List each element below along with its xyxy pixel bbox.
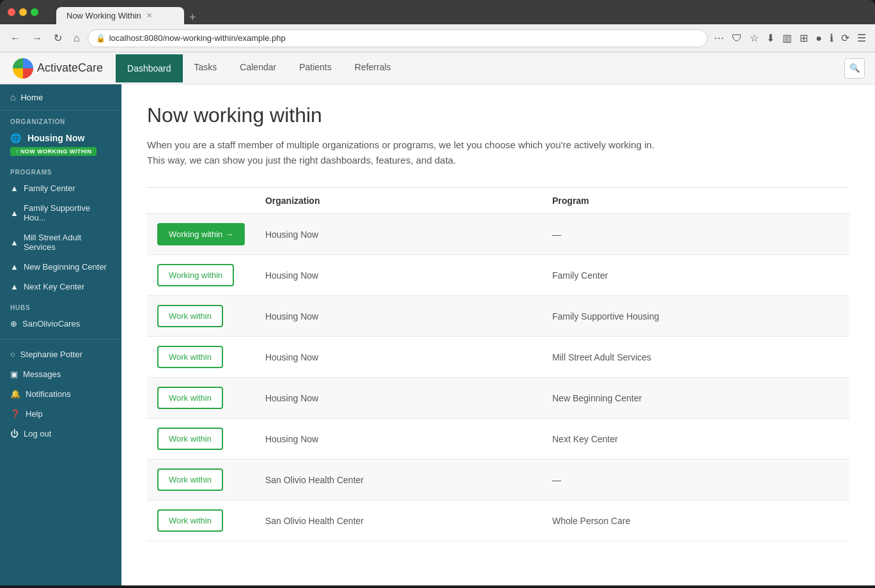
sidebar-program-next-key[interactable]: ▲ Next Key Center (0, 277, 121, 297)
sidebar-org-name[interactable]: 🌐 Housing Now (0, 128, 121, 144)
table-cell-button: Work within (147, 419, 255, 460)
sidebar-help[interactable]: ❓ Help (0, 404, 121, 424)
back-button[interactable]: ← (6, 30, 24, 47)
sidebar-home[interactable]: ⌂ Home (0, 84, 121, 111)
table-row: Work withinHousing NowNext Key Center (147, 419, 849, 460)
forward-button[interactable]: → (28, 30, 46, 47)
traffic-lights (8, 8, 38, 16)
bell-icon: 🔔 (10, 389, 20, 399)
close-button[interactable] (8, 8, 15, 16)
reload-button[interactable]: ↻ (50, 29, 66, 47)
table-cell-program: Next Key Center (542, 419, 849, 460)
work-within-button[interactable]: Work within (157, 305, 223, 327)
pocket-icon[interactable]: 🛡 (729, 30, 745, 47)
table-row: Work withinHousing NowNew Beginning Cent… (147, 378, 849, 419)
table-cell-button: Work within (147, 378, 255, 419)
table-row: Working within →Housing Now— (147, 214, 849, 255)
page-title: Now working within (147, 104, 849, 127)
messages-icon: ▣ (10, 369, 18, 379)
tab-close-icon[interactable]: ✕ (146, 12, 152, 20)
work-within-button[interactable]: Work within (157, 468, 223, 491)
download-icon[interactable]: ⬇ (764, 29, 777, 47)
tab-referrals[interactable]: Referrals (343, 53, 403, 83)
tab-tasks[interactable]: Tasks (183, 53, 229, 83)
sidebar-hub-sanolivio[interactable]: ⊕ SanOlivioCares (0, 314, 121, 334)
maximize-button[interactable] (31, 8, 38, 16)
triangle-icon-2: ▲ (10, 208, 19, 218)
star-icon[interactable]: ☆ (747, 29, 761, 47)
address-bar[interactable]: 🔒 localhost:8080/now-working-within/exam… (88, 29, 708, 47)
help-icon: ❓ (10, 409, 20, 419)
sync-icon[interactable]: ⟳ (839, 29, 852, 47)
working-within-active-button[interactable]: Working within → (157, 223, 245, 245)
table-cell-program: — (542, 460, 849, 500)
work-within-button[interactable]: Working within (157, 264, 234, 286)
sidebar-program-family-center[interactable]: ▲ Family Center (0, 178, 121, 198)
table-row: Work withinHousing NowFamily Supportive … (147, 296, 849, 337)
sidebar-user[interactable]: ○ Stephanie Potter (0, 344, 121, 364)
brand-name: ActivateCare (37, 61, 103, 75)
table-cell-program: Mill Street Adult Services (542, 337, 849, 378)
library-icon[interactable]: ▥ (780, 29, 794, 47)
sidebar-program-family-supportive[interactable]: ▲ Family Supportive Hou... (0, 198, 121, 228)
profile-icon[interactable]: ● (813, 30, 825, 47)
table-cell-program: New Beginning Center (542, 378, 849, 419)
sidebar-program-new-beginning[interactable]: ▲ New Beginning Center (0, 257, 121, 277)
table-cell-org: Housing Now (255, 337, 542, 378)
table-cell-button: Work within (147, 500, 255, 541)
table-cell-program: Family Supportive Housing (542, 296, 849, 337)
user-icon: ○ (10, 350, 15, 359)
nav-tabs: Dashboard Tasks Calendar Patients Referr… (116, 53, 844, 83)
org-section-label: ORGANIZATION (0, 111, 121, 128)
table-cell-org: San Olivio Health Center (255, 460, 542, 500)
sidebar-messages[interactable]: ▣ Messages (0, 364, 121, 384)
active-tab[interactable]: Now Working Within ✕ (56, 7, 184, 24)
tab-calendar[interactable]: Calendar (228, 53, 288, 83)
table-cell-program: Whole Person Care (542, 500, 849, 541)
col-header-button (147, 188, 255, 214)
table-cell-button: Working within (147, 255, 255, 296)
menu-icon[interactable]: ☰ (855, 29, 869, 47)
sidebar-program-mill-street[interactable]: ▲ Mill Street Adult Services (0, 228, 121, 257)
more-icon[interactable]: ⋯ (711, 29, 727, 47)
url-display: localhost:8080/now-working-within/exampl… (109, 33, 700, 43)
sidebar-logout[interactable]: ⏻ Log out (0, 424, 121, 444)
tab-title: Now Working Within (66, 11, 141, 20)
sidebar: ⌂ Home ORGANIZATION 🌐 Housing Now ↑ NOW … (0, 84, 121, 585)
tab-icon[interactable]: ⊞ (797, 29, 810, 47)
table-row: Working withinHousing NowFamily Center (147, 255, 849, 296)
work-within-button[interactable]: Work within (157, 509, 223, 532)
work-within-button[interactable]: Work within (157, 428, 223, 450)
logout-icon: ⏻ (10, 429, 19, 438)
sidebar-divider (0, 339, 121, 339)
table-cell-button: Work within (147, 337, 255, 378)
table-cell-org: Housing Now (255, 255, 542, 296)
tab-patients[interactable]: Patients (288, 53, 343, 83)
table-cell-org: Housing Now (255, 378, 542, 419)
col-header-org: Organization (255, 188, 542, 214)
search-button[interactable]: 🔍 (844, 58, 865, 79)
tab-bar: Now Working Within ✕ + (43, 0, 867, 24)
sidebar-notifications[interactable]: 🔔 Notifications (0, 384, 121, 404)
table-cell-org: San Olivio Health Center (255, 500, 542, 541)
table-row: Work withinSan Olivio Health Center— (147, 460, 849, 500)
table-cell-button: Working within → (147, 214, 255, 255)
sidebar-home-label: Home (20, 93, 43, 102)
search-icon: 🔍 (849, 63, 860, 73)
home-button[interactable]: ⌂ (70, 30, 84, 47)
content-area: Now working within When you are a staff … (121, 84, 875, 585)
new-tab-button[interactable]: + (189, 11, 196, 24)
table-cell-org: Housing Now (255, 214, 542, 255)
programs-section-label: PROGRAMS (0, 161, 121, 178)
work-within-button[interactable]: Work within (157, 387, 223, 409)
browser-window: Now Working Within ✕ + ← → ↻ ⌂ 🔒 localho… (0, 0, 875, 585)
table-row: Work withinHousing NowMill Street Adult … (147, 337, 849, 378)
table-cell-program: Family Center (542, 255, 849, 296)
work-within-button[interactable]: Work within (157, 346, 223, 368)
toolbar-actions: ⋯ 🛡 ☆ ⬇ ▥ ⊞ ● ℹ ⟳ ☰ (711, 29, 869, 47)
tab-dashboard[interactable]: Dashboard (116, 54, 183, 82)
info-icon[interactable]: ℹ (827, 29, 836, 47)
triangle-icon-5: ▲ (10, 282, 19, 291)
minimize-button[interactable] (19, 8, 27, 16)
browser-toolbar: ← → ↻ ⌂ 🔒 localhost:8080/now-working-wit… (0, 24, 875, 52)
